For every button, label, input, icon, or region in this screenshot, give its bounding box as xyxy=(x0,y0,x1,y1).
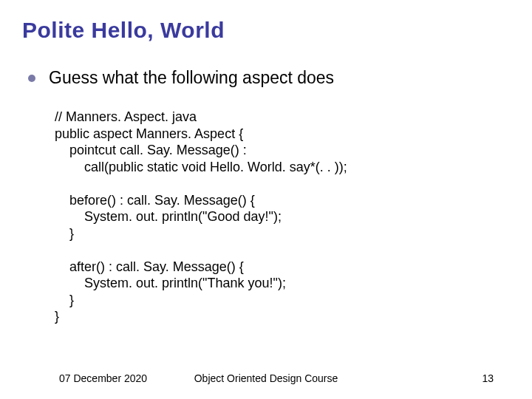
code-block: // Manners. Aspect. java public aspect M… xyxy=(55,109,510,325)
bullet-item: Guess what the following aspect does xyxy=(28,68,510,88)
bullet-icon xyxy=(28,75,35,82)
footer-date: 07 December 2020 xyxy=(59,372,147,384)
slide-title: Polite Hello, World xyxy=(22,18,510,43)
slide: Polite Hello, World Guess what the follo… xyxy=(0,0,532,399)
footer: 07 December 2020 Object Oriented Design … xyxy=(0,372,532,384)
footer-page: 13 xyxy=(482,372,494,384)
footer-course: Object Oriented Design Course xyxy=(194,372,338,384)
bullet-text: Guess what the following aspect does xyxy=(49,68,334,88)
